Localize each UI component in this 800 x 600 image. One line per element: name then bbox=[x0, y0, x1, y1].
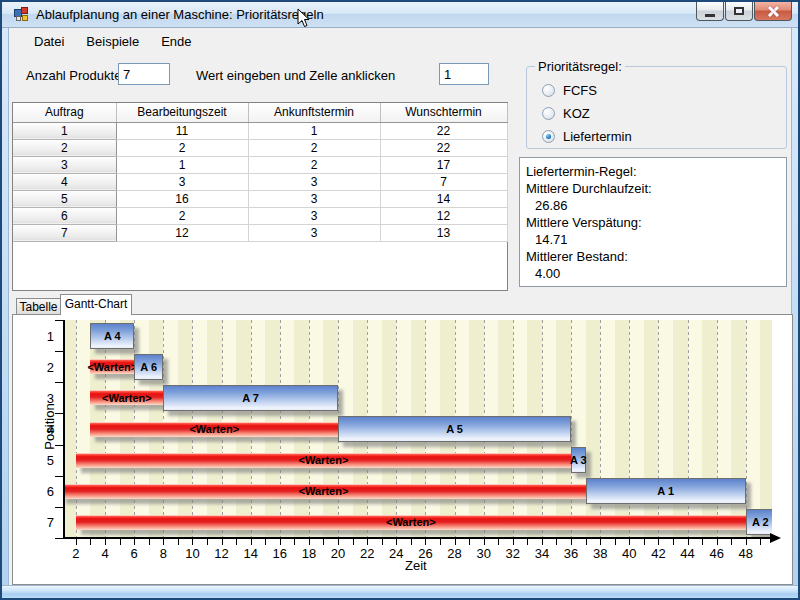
close-icon bbox=[767, 5, 779, 17]
title-bar[interactable]: Ablaufplanung an einer Maschine: Priorit… bbox=[2, 2, 798, 28]
x-axis-tick bbox=[163, 539, 164, 545]
table-cell[interactable]: 11 bbox=[116, 122, 248, 139]
table-cell[interactable]: 14 bbox=[380, 190, 507, 207]
column-header-bearbeitungszeit[interactable]: Bearbeitungszeit bbox=[116, 103, 248, 122]
row-header-cell[interactable]: 3 bbox=[13, 156, 116, 173]
minimize-icon bbox=[705, 14, 715, 17]
plot-stripe bbox=[688, 320, 703, 538]
radio-icon bbox=[542, 130, 555, 143]
table-cell[interactable]: 22 bbox=[380, 139, 507, 156]
y-axis-title: Position bbox=[42, 403, 57, 449]
plot-stripe bbox=[717, 320, 732, 538]
x-axis-tick bbox=[615, 539, 616, 545]
x-axis-tick-label: 32 bbox=[500, 546, 526, 561]
x-axis-tick bbox=[455, 539, 456, 545]
maximize-icon bbox=[734, 7, 744, 15]
x-axis-line bbox=[63, 537, 772, 539]
x-axis-tick-label: 12 bbox=[209, 546, 235, 561]
y-axis-label: 2 bbox=[30, 360, 54, 375]
table-cell[interactable]: 2 bbox=[248, 156, 380, 173]
table-cell[interactable]: 3 bbox=[248, 224, 380, 241]
table-cell[interactable]: 1 bbox=[116, 156, 248, 173]
y-axis-line bbox=[63, 320, 65, 539]
column-header-wunschtermin[interactable]: Wunschtermin bbox=[380, 103, 507, 122]
gantt-wait-bar: <Warten> bbox=[65, 484, 586, 499]
table-cell[interactable]: 2 bbox=[116, 139, 248, 156]
plot-stripe bbox=[702, 320, 717, 538]
x-axis-tick bbox=[396, 539, 397, 545]
column-header-ankunftstermin[interactable]: Ankunftstermin bbox=[248, 103, 380, 122]
maximize-button[interactable] bbox=[725, 2, 753, 21]
plot-stripe bbox=[600, 320, 615, 538]
table-cell[interactable]: 12 bbox=[116, 224, 248, 241]
row-header-cell[interactable]: 2 bbox=[13, 139, 116, 156]
x-axis-tick bbox=[265, 539, 266, 545]
tab-tabelle[interactable]: Tabelle bbox=[16, 298, 61, 315]
row-header-cell[interactable]: 1 bbox=[13, 122, 116, 139]
y-axis-tick bbox=[55, 320, 63, 321]
x-axis-tick-label: 8 bbox=[150, 546, 176, 561]
table-cell[interactable]: 13 bbox=[380, 224, 507, 241]
menu-item-datei[interactable]: Datei bbox=[23, 31, 75, 52]
gantt-job-bar: A 1 bbox=[586, 478, 746, 504]
close-button[interactable] bbox=[754, 2, 792, 21]
results-panel: Liefertermin-Regel:Mittlere Durchlaufzei… bbox=[519, 157, 787, 287]
table-cell[interactable]: 2 bbox=[248, 139, 380, 156]
table-row: 62312 bbox=[13, 207, 507, 224]
y-axis-tick bbox=[55, 538, 63, 539]
x-axis-tick bbox=[222, 539, 223, 545]
minimize-button[interactable] bbox=[696, 2, 724, 21]
x-axis-tick bbox=[134, 539, 135, 545]
table-row: 712313 bbox=[13, 224, 507, 241]
window-border-bottom bbox=[2, 585, 798, 598]
table-cell[interactable]: 2 bbox=[116, 207, 248, 224]
x-axis-tick bbox=[280, 539, 281, 545]
result-line: 26.86 bbox=[526, 197, 780, 214]
column-header-auftrag[interactable]: Auftrag bbox=[13, 103, 116, 122]
x-axis-tick bbox=[207, 539, 208, 545]
y-axis-tick bbox=[55, 351, 63, 352]
menu-bar: DateiBeispieleEnde bbox=[10, 29, 790, 54]
table-cell[interactable]: 3 bbox=[248, 173, 380, 190]
x-axis-tick bbox=[353, 539, 354, 545]
radio-option-koz[interactable]: KOZ bbox=[542, 106, 590, 120]
plot-stripe bbox=[629, 320, 644, 538]
table-cell[interactable]: 16 bbox=[116, 190, 248, 207]
menu-item-beispiele[interactable]: Beispiele bbox=[75, 31, 150, 52]
x-axis-arrow bbox=[770, 533, 781, 543]
plot-stripe bbox=[586, 320, 601, 538]
anzahl-produkte-input[interactable] bbox=[118, 63, 170, 85]
x-axis-tick bbox=[338, 539, 339, 545]
x-axis-tick bbox=[469, 539, 470, 545]
row-header-cell[interactable]: 6 bbox=[13, 207, 116, 224]
table-cell[interactable]: 3 bbox=[116, 173, 248, 190]
tab-gantt-chart[interactable]: Gantt-Chart bbox=[60, 294, 132, 315]
result-line: 14.71 bbox=[526, 231, 780, 248]
gantt-wait-bar: <Warten> bbox=[76, 453, 571, 468]
table-header-row: AuftragBearbeitungszeitAnkunftsterminWun… bbox=[13, 103, 507, 122]
radio-icon bbox=[542, 107, 555, 120]
table-cell[interactable]: 3 bbox=[248, 207, 380, 224]
table-cell[interactable]: 7 bbox=[380, 173, 507, 190]
wert-input[interactable] bbox=[439, 63, 489, 85]
row-header-cell[interactable]: 5 bbox=[13, 190, 116, 207]
table-cell[interactable]: 12 bbox=[380, 207, 507, 224]
menu-item-ende[interactable]: Ende bbox=[150, 31, 202, 52]
x-axis-tick bbox=[702, 539, 703, 545]
x-axis-tick bbox=[236, 539, 237, 545]
table-cell[interactable]: 22 bbox=[380, 122, 507, 139]
plot-stripe bbox=[571, 320, 586, 538]
table-row: 516314 bbox=[13, 190, 507, 207]
result-line: Mittlere Durchlaufzeit: bbox=[526, 180, 780, 197]
radio-option-liefertermin[interactable]: Liefertermin bbox=[542, 129, 632, 143]
table-cell[interactable]: 1 bbox=[248, 122, 380, 139]
table-cell[interactable]: 17 bbox=[380, 156, 507, 173]
table-cell[interactable]: 3 bbox=[248, 190, 380, 207]
radio-option-fcfs[interactable]: FCFS bbox=[542, 83, 597, 97]
row-header-cell[interactable]: 4 bbox=[13, 173, 116, 190]
x-axis-tick-label: 44 bbox=[675, 546, 701, 561]
result-line: Mittlerer Bestand: bbox=[526, 248, 780, 265]
result-line: 4.00 bbox=[526, 265, 780, 282]
gantt-job-bar: A 2 bbox=[746, 509, 772, 535]
row-header-cell[interactable]: 7 bbox=[13, 224, 116, 241]
